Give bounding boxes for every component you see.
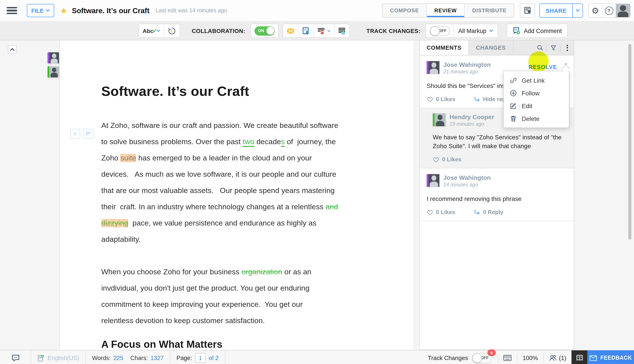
feedback-button[interactable]: FEEDBACK [587, 350, 634, 364]
reply-author-avatar [433, 114, 446, 126]
heart-icon [427, 209, 433, 215]
click-spotlight [528, 52, 549, 72]
chat-button[interactable] [0, 350, 31, 364]
comment-thread-2: Jose Wahington 14 minutes ago I recommen… [419, 168, 574, 221]
track-changes-toggle[interactable]: OFF [426, 24, 454, 37]
document-bell-icon [524, 6, 532, 14]
users-icon [549, 354, 556, 361]
collaborator-hendry[interactable] [48, 66, 59, 77]
tab-distribute[interactable]: DISTRIBUTE [465, 4, 514, 17]
comment-context-menu: Get Link Follow Edit Delete [503, 71, 569, 128]
section-heading: A Focus on What Matters [101, 338, 376, 350]
menu-item-delete[interactable]: Delete [504, 112, 569, 125]
page-number-input[interactable]: 1 [195, 353, 205, 363]
menu-item-follow[interactable]: Follow [504, 86, 569, 99]
chat-bubble-icon [11, 354, 20, 362]
collab-notify-button[interactable] [299, 24, 314, 37]
tab-review[interactable]: REVIEW [427, 4, 465, 17]
tab-comments[interactable]: COMMENTS [419, 40, 469, 55]
zoom-level-button[interactable]: 100% [517, 350, 543, 364]
share-dropdown[interactable] [572, 4, 582, 17]
tab-compose[interactable]: COMPOSE [383, 4, 427, 17]
file-menu-button[interactable]: FILE [27, 4, 54, 17]
insert-element-button[interactable]: + [70, 129, 80, 139]
likes-count: 0 Likes [442, 156, 461, 163]
tracked-deletion: and [326, 203, 338, 211]
add-comment-button[interactable]: Add Comment [507, 24, 567, 37]
view-fields-button[interactable] [335, 24, 349, 37]
clipboard-bell-icon [302, 27, 310, 35]
keyboard-shortcuts-button[interactable] [498, 350, 517, 364]
lines-lock-icon [317, 27, 325, 34]
track-changes-quick-toggle[interactable]: Track Changes OFF 6 [423, 350, 498, 364]
like-button[interactable]: 0 Likes [427, 96, 455, 102]
reply-author[interactable]: Hendry Cooper [450, 114, 494, 120]
like-button[interactable]: 0 Likes [427, 209, 455, 216]
lines-eye-icon [338, 27, 346, 34]
language-selector[interactable]: English(US) [31, 350, 86, 364]
reply-arrow-icon [474, 209, 480, 215]
collaboration-toggle[interactable]: ON [251, 24, 278, 37]
panel-more-button[interactable] [560, 44, 574, 52]
vertical-scrollbar[interactable] [628, 44, 631, 240]
comment-text: I recommend removing this phrase [427, 194, 567, 203]
collapse-toolbar-button[interactable] [8, 45, 17, 54]
mask-content-button[interactable] [283, 24, 299, 37]
last-edit-status: Last edit was 14 minutes ago [156, 8, 227, 14]
paragraph-lines-icon [85, 132, 91, 136]
status-bar-right: Track Changes OFF 6 100% [423, 350, 634, 364]
comment-author[interactable]: Jose Wahington [443, 174, 491, 181]
reply-button[interactable]: 0 Reply [474, 209, 503, 216]
help-button[interactable]: ? [602, 4, 616, 17]
hamburger-menu-icon[interactable] [7, 7, 17, 14]
document-body: Software. It’s our Craft At Zoho, softwa… [60, 40, 414, 350]
status-bar: English(US) Words: 225 Chars: 1327 Page:… [0, 350, 634, 364]
document-title: Software. It’s our Craft [72, 6, 149, 15]
collaboration-label: COLLABORATION: [192, 28, 245, 34]
reply-count-label: 0 Reply [483, 209, 503, 216]
track-changes-group: OFF All Markup [426, 24, 498, 38]
top-bar-right: COMPOSE REVIEW DISTRIBUTE SHARE [382, 4, 630, 18]
avatar [49, 66, 59, 77]
filter-comments-button[interactable] [546, 44, 560, 52]
search-comments-button[interactable] [533, 44, 546, 52]
lock-content-button[interactable] [314, 24, 335, 37]
comment-highlight: suite [120, 154, 136, 162]
active-users-button[interactable]: (1) [544, 350, 571, 364]
like-button[interactable]: 0 Likes [433, 156, 461, 163]
paragraph-1: At Zoho, software is our craft and passi… [101, 118, 392, 248]
notifications-button[interactable] [520, 4, 535, 18]
tab-changes[interactable]: CHANGES [469, 40, 513, 55]
comment-author[interactable]: Jose Wahington [443, 61, 491, 68]
tracked-deletion: organization [242, 268, 282, 276]
reader-view-button[interactable] [571, 350, 587, 364]
track-changes-label: Track Changes [428, 354, 468, 361]
document-check-icon [38, 354, 44, 362]
avatar [429, 61, 440, 74]
markup-dropdown[interactable]: All Markup [454, 24, 498, 37]
margin-tools: + [70, 129, 93, 139]
settings-button[interactable]: ⚙ [589, 4, 602, 17]
comment-author-avatar [427, 174, 440, 187]
toggle-on: ON [255, 26, 275, 36]
plus-circle-icon [510, 90, 517, 96]
account-avatar[interactable] [616, 4, 630, 17]
document-page[interactable]: Software. It’s our Craft At Zoho, softwa… [59, 40, 414, 350]
favorite-star-icon[interactable]: ★ [60, 6, 67, 15]
avatar [435, 114, 446, 126]
paragraph-options-button[interactable] [83, 129, 93, 139]
users-count: (1) [559, 354, 566, 361]
share-button[interactable]: SHARE [540, 4, 583, 18]
collaborator-jose[interactable] [48, 52, 59, 63]
menu-item-edit[interactable]: Edit [504, 99, 569, 112]
spellcheck-button[interactable]: Abc ✓ [139, 24, 164, 37]
collab-icons-group [283, 24, 350, 38]
check-icon: ✓ [153, 28, 157, 34]
menu-item-get-link[interactable]: Get Link [504, 74, 569, 86]
chars-label: Chars: [130, 354, 148, 361]
markup-selected-value: All Markup [458, 28, 487, 34]
reply-arrow-icon [474, 96, 480, 102]
word-count[interactable]: Words: 225 Chars: 1327 [86, 350, 170, 364]
words-value: 225 [113, 354, 123, 361]
history-button[interactable] [164, 24, 179, 37]
